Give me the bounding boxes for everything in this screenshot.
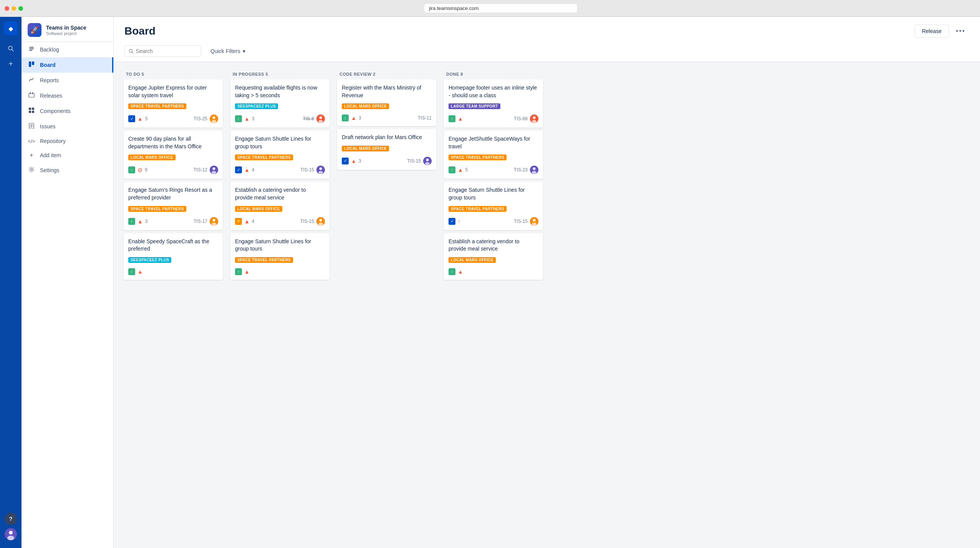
- card-tis68[interactable]: Homepage footer uses an inline style - s…: [444, 80, 543, 128]
- card-tis25[interactable]: Engage Jupiter Express for outer solar s…: [124, 80, 223, 128]
- story-icon: ↑: [449, 166, 455, 173]
- board-icon: [28, 61, 35, 69]
- card-footer: ⚡ ▲ 4 TIS-15: [235, 217, 325, 226]
- project-avatar-icon: 🚀: [28, 23, 41, 37]
- priority-high-icon: ▲: [458, 269, 463, 275]
- card-count: 9: [145, 167, 191, 173]
- story-icon: ↑: [342, 115, 349, 121]
- card-tis8[interactable]: Requesting available flights is now taki…: [230, 80, 329, 128]
- close-button[interactable]: [5, 6, 9, 11]
- components-icon: [28, 107, 35, 115]
- column-codereview-cards: Register with the Mars Ministry of Reven…: [335, 80, 439, 542]
- card-tag: SPACE TRAVEL PARTNERS: [449, 206, 507, 212]
- settings-icon: [28, 166, 35, 174]
- card-id: TIS-11: [418, 115, 432, 121]
- card-tis15a[interactable]: Engage Saturn Shuttle Lines for group to…: [230, 131, 329, 179]
- priority-high-icon: ▲: [244, 116, 250, 122]
- card-tis15c[interactable]: Engage Saturn Shuttle Lines for group to…: [230, 233, 329, 280]
- card-id: TIS-15: [300, 219, 314, 224]
- sidebar-item-releases[interactable]: Releases: [22, 88, 113, 103]
- header-actions: Release •••: [915, 25, 969, 38]
- card-id: TIS-25: [194, 116, 207, 121]
- minimize-button[interactable]: [12, 6, 16, 11]
- sidebar-item-reports[interactable]: Reports: [22, 73, 113, 88]
- card-footer: ↑ ▲ 3 TIS-17: [128, 217, 218, 226]
- backlog-label: Backlog: [40, 46, 59, 53]
- board-header: Board Release •••: [114, 17, 980, 42]
- browser-chrome: jira.teamsinspace.com: [0, 0, 980, 17]
- sidebar-item-components[interactable]: Components: [22, 103, 113, 119]
- card-footer: ✓ ↑ TIS-15: [449, 217, 538, 226]
- card-title: Engage JetShuttle SpaceWays for travel: [449, 135, 538, 150]
- search-input[interactable]: [136, 48, 197, 54]
- column-inprogress: IN PROGRESS 5 Requesting available fligh…: [228, 68, 332, 542]
- address-bar[interactable]: jira.teamsinspace.com: [424, 3, 578, 13]
- svg-rect-5: [29, 47, 34, 48]
- card-title: Engage Saturn Shuttle Lines for group to…: [235, 135, 325, 150]
- svg-point-49: [533, 168, 536, 170]
- search-button[interactable]: [4, 42, 18, 55]
- app-logo[interactable]: ◆: [4, 22, 18, 35]
- svg-point-41: [318, 223, 323, 226]
- card-avatar: [423, 157, 432, 165]
- add-item-icon: +: [28, 152, 35, 159]
- card-footer: ✓ ▲ 3 TIS-15: [342, 157, 432, 165]
- story-icon: ↑: [128, 268, 135, 275]
- board-label: Board: [40, 62, 55, 68]
- card-tag: SEESPACEEZ PLUS: [128, 257, 171, 263]
- card-footer: ↑ ▲ 3 TIS-11: [342, 115, 432, 121]
- sidebar-item-backlog[interactable]: Backlog: [22, 42, 113, 57]
- more-options-button[interactable]: •••: [952, 25, 969, 38]
- card-tis15d[interactable]: Draft network plan for Mars Office LOCAL…: [337, 129, 436, 170]
- svg-rect-15: [29, 111, 31, 113]
- svg-line-1: [12, 50, 13, 51]
- priority-high-icon: ▲: [458, 167, 463, 173]
- quick-filters-button[interactable]: Quick Filters ▾: [206, 46, 250, 56]
- card-title: Register with the Mars Ministry of Reven…: [342, 84, 432, 99]
- help-button[interactable]: ?: [5, 513, 17, 525]
- card-tis11[interactable]: Register with the Mars Ministry of Reven…: [337, 80, 436, 126]
- svg-point-28: [213, 168, 215, 170]
- card-count: 5: [465, 167, 512, 173]
- maximize-button[interactable]: [18, 6, 23, 11]
- svg-point-31: [213, 219, 215, 221]
- icon-sidebar: ◆ + ?: [0, 17, 22, 548]
- sidebar-item-repository[interactable]: </> Repository: [22, 134, 113, 148]
- sidebar-item-issues[interactable]: Issues: [22, 119, 113, 134]
- card-tis15e[interactable]: Engage Saturn Shuttle Lines for group to…: [444, 182, 543, 230]
- svg-point-35: [318, 120, 323, 123]
- card-tis12[interactable]: Create 90 day plans for all departments …: [124, 131, 223, 179]
- task-icon: ⚡: [235, 218, 242, 225]
- add-button[interactable]: +: [4, 57, 18, 71]
- reports-label: Reports: [40, 77, 59, 83]
- column-inprogress-count: 5: [265, 72, 268, 76]
- card-tag: LOCAL MARS OFFICE: [449, 257, 496, 263]
- arrow-up-icon: ↑: [458, 218, 460, 224]
- svg-point-37: [319, 168, 322, 170]
- search-box[interactable]: [124, 45, 201, 57]
- card-tis17[interactable]: Engage Saturn's Rings Resort as a prefer…: [124, 182, 223, 230]
- column-done-header: DONE 8: [442, 68, 545, 80]
- card-tis9[interactable]: Enable Speedy SpaceCraft as the preferre…: [124, 233, 223, 280]
- user-avatar[interactable]: [5, 528, 17, 540]
- block-icon: ⊘: [137, 166, 142, 174]
- sidebar-item-add-item[interactable]: + Add item: [22, 148, 113, 163]
- svg-point-50: [532, 171, 536, 174]
- reports-icon: [28, 76, 35, 84]
- card-tis15f[interactable]: Establish a catering vendor to provide m…: [444, 233, 543, 280]
- card-tis23[interactable]: Engage JetShuttle SpaceWays for travel S…: [444, 131, 543, 179]
- card-avatar: [210, 115, 218, 123]
- sidebar-nav: Backlog Board Reports Releases: [22, 42, 113, 178]
- card-avatar: [530, 217, 538, 226]
- card-avatar: [210, 217, 218, 226]
- sidebar-item-settings[interactable]: Settings: [22, 163, 113, 178]
- repository-icon: </>: [28, 138, 35, 144]
- release-button[interactable]: Release: [915, 25, 949, 38]
- sidebar-item-board[interactable]: Board: [22, 57, 113, 73]
- backlog-icon: [28, 46, 35, 53]
- card-footer: ↑ ▲: [128, 268, 218, 275]
- card-tis15b[interactable]: Establish a catering vendor to provide m…: [230, 182, 329, 230]
- column-codereview-header: CODE REVIEW 2: [335, 68, 439, 80]
- svg-rect-16: [32, 111, 34, 113]
- card-count: 3: [145, 219, 191, 224]
